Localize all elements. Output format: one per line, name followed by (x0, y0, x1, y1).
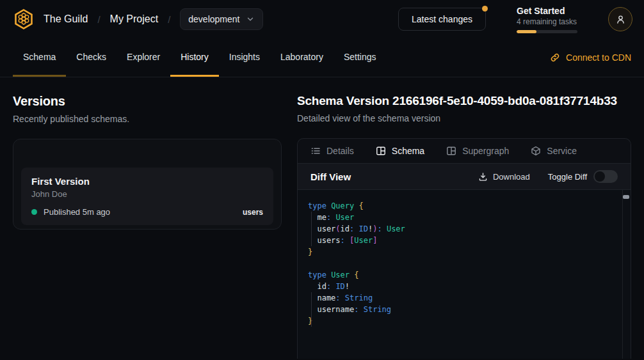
version-service-badge: users (243, 208, 263, 217)
tab-explorer[interactable]: Explorer (117, 38, 170, 77)
diff-view-actions: Download Toggle Diff (478, 170, 618, 183)
tab-details[interactable]: Details (310, 146, 354, 156)
toggle-diff-group: Toggle Diff (548, 170, 618, 183)
code-line (308, 258, 615, 269)
guild-honeycomb-logo[interactable] (13, 8, 35, 30)
download-button[interactable]: Download (478, 172, 530, 182)
code-content: type Query { me: User user(id: ID!): Use… (308, 200, 615, 327)
indent-guide (311, 292, 312, 327)
user-avatar[interactable] (608, 7, 632, 31)
cube-icon (531, 146, 541, 156)
chevron-down-icon (246, 15, 255, 24)
version-list-item[interactable]: First Version John Doe Published 5m ago … (21, 168, 273, 225)
version-author: John Doe (31, 189, 263, 199)
breadcrumb-org[interactable]: The Guild (44, 13, 88, 25)
tab-details-label: Details (326, 146, 354, 156)
versions-list-card: First Version John Doe Published 5m ago … (13, 139, 282, 230)
connect-to-cdn-label: Connect to CDN (566, 52, 631, 63)
code-line: type Query { (308, 200, 615, 212)
breadcrumb-separator: / (97, 14, 100, 25)
environment-select-value: development (188, 14, 239, 24)
tab-insights[interactable]: Insights (219, 38, 270, 77)
toggle-knob (595, 171, 605, 182)
tab-supergraph-label: Supergraph (462, 146, 509, 156)
download-label: Download (493, 172, 530, 182)
link-icon (550, 52, 560, 63)
tab-checks[interactable]: Checks (66, 38, 117, 77)
get-started-remaining-tasks: 4 remaining tasks (517, 17, 577, 26)
versions-panel: Versions Recently published schemas. Fir… (13, 94, 282, 359)
tab-schema-detail[interactable]: Schema (376, 146, 424, 156)
diff-view-header: Diff View Download Toggle Diff (298, 163, 631, 190)
code-line: username: String (308, 304, 615, 315)
published-status-dot (31, 209, 37, 215)
tab-schema[interactable]: Schema (13, 38, 66, 77)
tab-laboratory[interactable]: Laboratory (270, 38, 334, 77)
user-icon (615, 14, 626, 25)
get-started-progress-bar (517, 30, 577, 33)
progress-fill (517, 30, 536, 33)
version-detail-box: Details Schema Sup (297, 138, 631, 359)
version-status-row: Published 5m ago users (31, 207, 263, 217)
breadcrumb: The Guild / My Project / development (44, 8, 263, 30)
tab-service-label: Service (547, 146, 577, 156)
tab-settings[interactable]: Settings (334, 38, 387, 77)
code-line: name: String (308, 292, 615, 304)
tab-history[interactable]: History (170, 38, 219, 77)
get-started-title: Get Started (517, 6, 577, 16)
download-icon (478, 172, 488, 182)
code-line: user(id: ID!): User (308, 223, 615, 235)
schema-version-subtitle: Detailed view of the schema version (297, 113, 631, 123)
code-line: } (308, 315, 615, 327)
main-content: Versions Recently published schemas. Fir… (0, 77, 644, 359)
latest-changes-button[interactable]: Latest changes (398, 8, 486, 31)
breadcrumb-project[interactable]: My Project (110, 13, 159, 25)
version-detail-tabs: Details Schema Sup (298, 139, 631, 163)
code-line: me: User (308, 212, 615, 223)
schema-code-viewer[interactable]: type Query { me: User user(id: ID!): Use… (298, 190, 631, 359)
get-started-widget[interactable]: Get Started 4 remaining tasks (517, 6, 577, 33)
notification-dot (482, 6, 488, 12)
target-nav-tabs: Schema Checks Explorer History Insights … (0, 38, 644, 77)
connect-to-cdn-button[interactable]: Connect to CDN (550, 38, 631, 77)
version-detail-panel: Schema Version 2166196f-5e10-4059-bd0a-0… (297, 94, 631, 359)
schema-version-title: Schema Version 2166196f-5e10-4059-bd0a-0… (297, 94, 631, 108)
code-line: users: [User] (308, 235, 615, 246)
toggle-diff-label: Toggle Diff (548, 172, 587, 182)
version-name: First Version (31, 176, 263, 187)
top-header: The Guild / My Project / development Lat… (0, 0, 644, 38)
breadcrumb-separator: / (168, 14, 170, 25)
tab-schema-label: Schema (392, 146, 424, 156)
diff-view-title: Diff View (310, 171, 351, 182)
code-line: } (308, 246, 615, 258)
toggle-diff-switch[interactable] (593, 170, 618, 183)
tab-supergraph[interactable]: Supergraph (446, 146, 509, 156)
code-scrollbar-thumb[interactable] (623, 195, 629, 199)
header-right-group: Latest changes Get Started 4 remaining t… (398, 6, 632, 33)
versions-subtitle: Recently published schemas. (13, 114, 282, 124)
tab-service[interactable]: Service (531, 146, 577, 156)
code-line: type User { (308, 269, 615, 281)
indent-guide (311, 212, 312, 246)
split-columns-icon (376, 146, 386, 156)
list-icon (310, 146, 321, 156)
environment-select[interactable]: development (180, 8, 263, 30)
code-line: id: ID! (308, 281, 615, 292)
versions-title: Versions (13, 94, 282, 109)
split-columns-icon (446, 146, 456, 156)
version-published-status: Published 5m ago (44, 207, 110, 217)
code-scrollbar-track (622, 190, 623, 359)
